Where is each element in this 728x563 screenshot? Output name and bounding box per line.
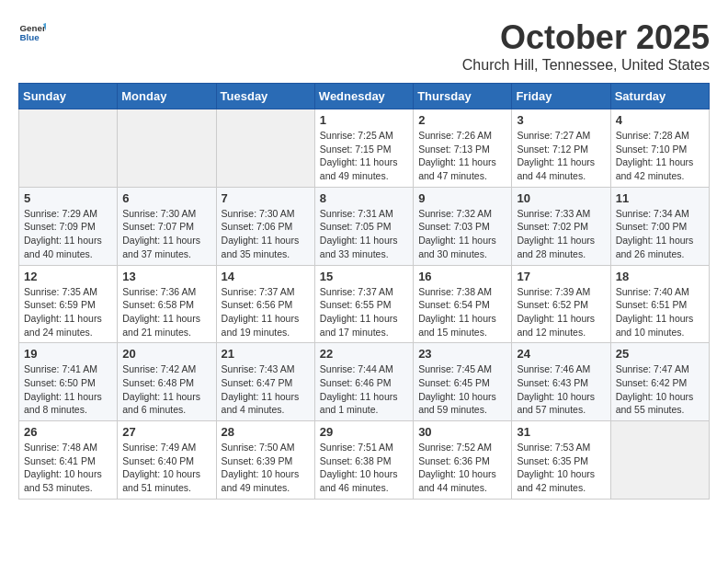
day-number: 25 <box>616 347 704 361</box>
day-info: Sunrise: 7:37 AM Sunset: 6:56 PM Dayligh… <box>222 285 310 339</box>
day-info: Sunrise: 7:44 AM Sunset: 6:46 PM Dayligh… <box>320 362 408 417</box>
table-row: 20Sunrise: 7:42 AM Sunset: 6:48 PM Dayli… <box>118 343 216 421</box>
day-number: 12 <box>24 270 112 283</box>
day-info: Sunrise: 7:52 AM Sunset: 6:36 PM Dayligh… <box>418 441 506 495</box>
day-info: Sunrise: 7:31 AM Sunset: 7:05 PM Dayligh… <box>320 207 408 261</box>
table-row: 9Sunrise: 7:32 AM Sunset: 7:03 PM Daylig… <box>414 187 512 265</box>
day-info: Sunrise: 7:48 AM Sunset: 6:41 PM Dayligh… <box>24 441 112 495</box>
table-row: 24Sunrise: 7:46 AM Sunset: 6:43 PM Dayli… <box>512 343 610 421</box>
day-info: Sunrise: 7:40 AM Sunset: 6:51 PM Dayligh… <box>616 285 704 339</box>
table-row: 7Sunrise: 7:30 AM Sunset: 7:06 PM Daylig… <box>216 187 314 265</box>
calendar-week-row: 1Sunrise: 7:25 AM Sunset: 7:15 PM Daylig… <box>19 109 710 188</box>
table-row: 29Sunrise: 7:51 AM Sunset: 6:38 PM Dayli… <box>314 421 413 500</box>
calendar: Sunday Monday Tuesday Wednesday Thursday… <box>18 83 710 500</box>
table-row: 11Sunrise: 7:34 AM Sunset: 7:00 PM Dayli… <box>610 187 709 265</box>
day-number: 22 <box>320 347 408 361</box>
day-info: Sunrise: 7:29 AM Sunset: 7:09 PM Dayligh… <box>24 207 112 261</box>
table-row: 6Sunrise: 7:30 AM Sunset: 7:07 PM Daylig… <box>118 187 216 265</box>
day-number: 3 <box>517 113 605 127</box>
table-row: 2Sunrise: 7:26 AM Sunset: 7:13 PM Daylig… <box>414 109 512 188</box>
day-number: 8 <box>320 191 408 205</box>
day-info: Sunrise: 7:42 AM Sunset: 6:48 PM Dayligh… <box>122 362 210 417</box>
table-row: 10Sunrise: 7:33 AM Sunset: 7:02 PM Dayli… <box>512 187 610 265</box>
table-row <box>19 109 118 188</box>
table-row: 31Sunrise: 7:53 AM Sunset: 6:35 PM Dayli… <box>512 421 610 500</box>
table-row: 21Sunrise: 7:43 AM Sunset: 6:47 PM Dayli… <box>216 343 314 421</box>
header-thursday: Thursday <box>414 84 512 109</box>
calendar-week-row: 12Sunrise: 7:35 AM Sunset: 6:59 PM Dayli… <box>19 265 710 343</box>
day-number: 17 <box>517 270 605 283</box>
header-tuesday: Tuesday <box>216 84 314 109</box>
table-row: 13Sunrise: 7:36 AM Sunset: 6:58 PM Dayli… <box>118 265 216 343</box>
table-row: 23Sunrise: 7:45 AM Sunset: 6:45 PM Dayli… <box>414 343 512 421</box>
day-number: 10 <box>517 191 605 205</box>
day-number: 14 <box>222 270 310 283</box>
day-info: Sunrise: 7:39 AM Sunset: 6:52 PM Dayligh… <box>517 285 605 339</box>
day-number: 31 <box>517 425 605 439</box>
day-info: Sunrise: 7:27 AM Sunset: 7:12 PM Dayligh… <box>517 129 605 183</box>
table-row: 22Sunrise: 7:44 AM Sunset: 6:46 PM Dayli… <box>314 343 413 421</box>
day-number: 5 <box>24 191 112 205</box>
header-saturday: Saturday <box>610 84 709 109</box>
day-info: Sunrise: 7:36 AM Sunset: 6:58 PM Dayligh… <box>122 285 210 339</box>
calendar-week-row: 26Sunrise: 7:48 AM Sunset: 6:41 PM Dayli… <box>19 421 710 500</box>
table-row <box>216 109 314 188</box>
header: General Blue October 2025 Church Hill, T… <box>18 18 710 74</box>
day-number: 15 <box>320 270 408 283</box>
day-info: Sunrise: 7:37 AM Sunset: 6:55 PM Dayligh… <box>320 285 408 339</box>
day-number: 24 <box>517 347 605 361</box>
day-info: Sunrise: 7:30 AM Sunset: 7:07 PM Dayligh… <box>122 207 210 261</box>
table-row: 12Sunrise: 7:35 AM Sunset: 6:59 PM Dayli… <box>19 265 118 343</box>
table-row: 3Sunrise: 7:27 AM Sunset: 7:12 PM Daylig… <box>512 109 610 188</box>
table-row: 25Sunrise: 7:47 AM Sunset: 6:42 PM Dayli… <box>610 343 709 421</box>
day-number: 1 <box>320 113 408 127</box>
table-row: 8Sunrise: 7:31 AM Sunset: 7:05 PM Daylig… <box>314 187 413 265</box>
day-number: 20 <box>122 347 210 361</box>
day-number: 19 <box>24 347 112 361</box>
day-number: 26 <box>24 425 112 439</box>
logo: General Blue <box>18 18 46 46</box>
day-number: 7 <box>222 191 310 205</box>
header-sunday: Sunday <box>19 84 118 109</box>
table-row: 19Sunrise: 7:41 AM Sunset: 6:50 PM Dayli… <box>19 343 118 421</box>
header-friday: Friday <box>512 84 610 109</box>
day-info: Sunrise: 7:43 AM Sunset: 6:47 PM Dayligh… <box>222 362 310 417</box>
logo-icon: General Blue <box>18 18 46 46</box>
day-number: 6 <box>122 191 210 205</box>
day-number: 11 <box>616 191 704 205</box>
header-monday: Monday <box>118 84 216 109</box>
day-info: Sunrise: 7:46 AM Sunset: 6:43 PM Dayligh… <box>517 362 605 417</box>
day-number: 18 <box>616 270 704 283</box>
day-number: 13 <box>122 270 210 283</box>
day-number: 4 <box>616 113 704 127</box>
table-row: 15Sunrise: 7:37 AM Sunset: 6:55 PM Dayli… <box>314 265 413 343</box>
table-row: 17Sunrise: 7:39 AM Sunset: 6:52 PM Dayli… <box>512 265 610 343</box>
day-info: Sunrise: 7:45 AM Sunset: 6:45 PM Dayligh… <box>418 362 506 417</box>
day-info: Sunrise: 7:26 AM Sunset: 7:13 PM Dayligh… <box>418 129 506 183</box>
table-row: 28Sunrise: 7:50 AM Sunset: 6:39 PM Dayli… <box>216 421 314 500</box>
day-number: 29 <box>320 425 408 439</box>
calendar-week-row: 19Sunrise: 7:41 AM Sunset: 6:50 PM Dayli… <box>19 343 710 421</box>
table-row: 16Sunrise: 7:38 AM Sunset: 6:54 PM Dayli… <box>414 265 512 343</box>
header-wednesday: Wednesday <box>314 84 413 109</box>
day-info: Sunrise: 7:30 AM Sunset: 7:06 PM Dayligh… <box>222 207 310 261</box>
day-info: Sunrise: 7:28 AM Sunset: 7:10 PM Dayligh… <box>616 129 704 183</box>
month-title: October 2025 <box>462 18 710 57</box>
location-title: Church Hill, Tennessee, United States <box>462 57 710 74</box>
table-row: 27Sunrise: 7:49 AM Sunset: 6:40 PM Dayli… <box>118 421 216 500</box>
table-row: 14Sunrise: 7:37 AM Sunset: 6:56 PM Dayli… <box>216 265 314 343</box>
day-info: Sunrise: 7:47 AM Sunset: 6:42 PM Dayligh… <box>616 362 704 417</box>
table-row <box>610 421 709 500</box>
calendar-week-row: 5Sunrise: 7:29 AM Sunset: 7:09 PM Daylig… <box>19 187 710 265</box>
day-info: Sunrise: 7:25 AM Sunset: 7:15 PM Dayligh… <box>320 129 408 183</box>
table-row: 1Sunrise: 7:25 AM Sunset: 7:15 PM Daylig… <box>314 109 413 188</box>
day-number: 27 <box>122 425 210 439</box>
title-area: October 2025 Church Hill, Tennessee, Uni… <box>462 18 710 74</box>
day-info: Sunrise: 7:34 AM Sunset: 7:00 PM Dayligh… <box>616 207 704 261</box>
day-info: Sunrise: 7:35 AM Sunset: 6:59 PM Dayligh… <box>24 285 112 339</box>
day-number: 30 <box>418 425 506 439</box>
day-number: 9 <box>418 191 506 205</box>
table-row: 18Sunrise: 7:40 AM Sunset: 6:51 PM Dayli… <box>610 265 709 343</box>
day-number: 23 <box>418 347 506 361</box>
day-info: Sunrise: 7:53 AM Sunset: 6:35 PM Dayligh… <box>517 441 605 495</box>
